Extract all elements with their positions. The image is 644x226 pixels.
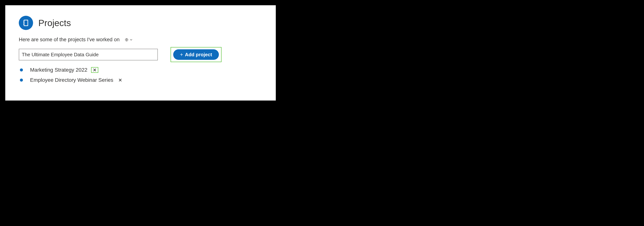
projects-panel: Projects Here are some of the projects I… — [5, 5, 276, 101]
close-icon — [118, 78, 122, 82]
remove-project-button[interactable] — [91, 67, 98, 73]
input-row: + Add project — [19, 47, 262, 62]
project-name-input[interactable] — [19, 49, 158, 60]
globe-icon — [125, 38, 128, 42]
list-item: Employee Directory Webinar Series — [20, 77, 262, 83]
close-icon — [92, 68, 97, 72]
bullet-icon — [20, 68, 23, 71]
add-button-label: Add project — [185, 52, 212, 58]
add-project-button[interactable]: + Add project — [173, 49, 219, 60]
list-item: Marketing Strategy 2022 — [20, 67, 262, 73]
project-list: Marketing Strategy 2022 Employee Directo… — [19, 67, 262, 83]
project-label: Employee Directory Webinar Series — [30, 77, 113, 83]
remove-project-button[interactable] — [117, 78, 124, 83]
project-label: Marketing Strategy 2022 — [30, 67, 87, 73]
page-title: Projects — [38, 18, 71, 28]
header-row: Projects — [19, 16, 262, 30]
add-button-highlight: + Add project — [170, 47, 222, 62]
plus-icon: + — [180, 52, 183, 57]
description-text: Here are some of the projects I've worke… — [19, 37, 120, 43]
description-row: Here are some of the projects I've worke… — [19, 37, 262, 43]
chevron-down-icon — [129, 38, 133, 42]
bullet-icon — [20, 79, 23, 82]
notebook-icon — [19, 16, 33, 30]
privacy-selector[interactable] — [125, 38, 133, 42]
